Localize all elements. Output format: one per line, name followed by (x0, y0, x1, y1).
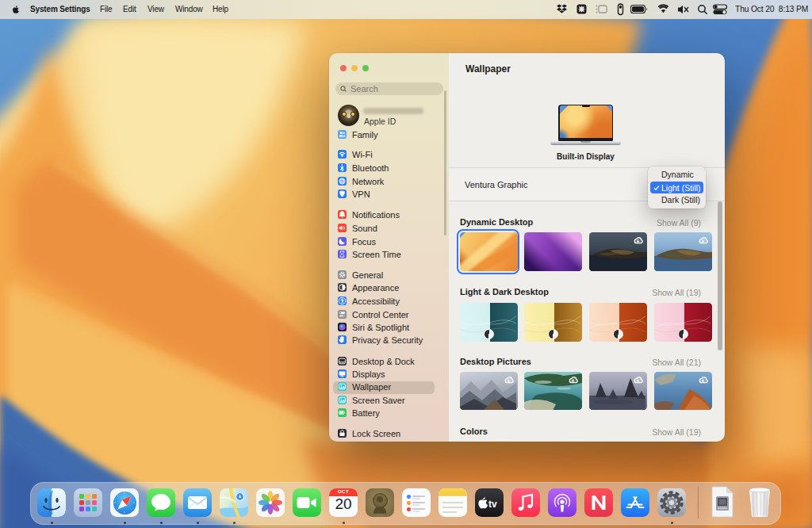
svg-text:tv: tv (488, 499, 497, 510)
